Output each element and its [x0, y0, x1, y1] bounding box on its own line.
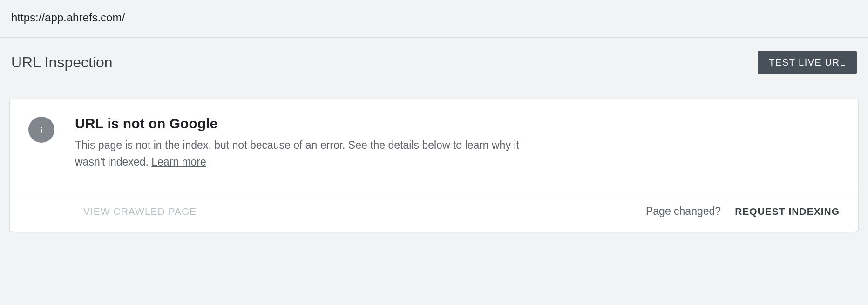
status-card-actions: Page changed? REQUEST INDEXING — [646, 205, 840, 218]
view-crawled-page-button: VIEW CRAWLED PAGE — [83, 206, 197, 217]
status-heading: URL is not on Google — [75, 116, 541, 132]
status-description-text: This page is not in the index, but not b… — [75, 139, 519, 168]
status-description: This page is not in the index, but not b… — [75, 137, 541, 170]
page-changed-label: Page changed? — [646, 205, 721, 218]
learn-more-link[interactable]: Learn more — [151, 156, 206, 168]
info-icon — [28, 117, 54, 143]
status-card-bottom: VIEW CRAWLED PAGE Page changed? REQUEST … — [10, 191, 858, 232]
url-text: https://app.ahrefs.com/ — [11, 11, 125, 24]
request-indexing-button[interactable]: REQUEST INDEXING — [735, 206, 840, 217]
url-bar[interactable]: https://app.ahrefs.com/ — [0, 0, 868, 38]
status-card-content: URL is not on Google This page is not in… — [75, 116, 541, 170]
status-card-top: URL is not on Google This page is not in… — [10, 99, 858, 191]
header-row: URL Inspection TEST LIVE URL — [0, 38, 868, 87]
status-card: URL is not on Google This page is not in… — [9, 99, 859, 232]
test-live-url-button[interactable]: TEST LIVE URL — [758, 51, 857, 74]
page-title: URL Inspection — [11, 54, 113, 71]
